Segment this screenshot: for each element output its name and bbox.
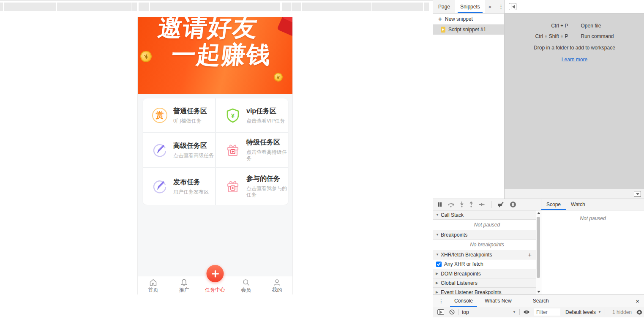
debugger-sidebar: ▼ Call Stack Not paused ▼ Breakpoints No…	[433, 199, 541, 295]
tab-placeholder[interactable]	[424, 3, 429, 11]
step-icon[interactable]	[478, 202, 485, 207]
task-title: 普通任务区	[173, 107, 207, 116]
snippet-file-icon	[441, 27, 445, 33]
red-packet-icon	[277, 17, 292, 36]
browser-page: 邀请好友 一起赚钱 ¥ ¥ 赏 普通任务区 0门槛做任务	[0, 0, 433, 319]
pause-script-icon[interactable]	[437, 202, 442, 207]
add-xhr-breakpoint-icon[interactable]: +	[528, 251, 532, 258]
task-cell-vip[interactable]: ¥ vip任务区 点击查看VIP任务	[216, 98, 288, 132]
pause-on-exceptions-icon[interactable]	[510, 201, 516, 208]
debugger-pane: ▼ Call Stack Not paused ▼ Breakpoints No…	[433, 199, 644, 294]
tab-placeholder[interactable]	[139, 3, 149, 11]
any-xhr-checkbox[interactable]	[436, 262, 442, 267]
nav-label: 首页	[148, 287, 158, 293]
drawer-menu-icon[interactable]: ⋮	[433, 295, 448, 307]
bottom-nav: 首页 推广 任务中心 会员 我的	[138, 276, 292, 294]
scope-empty: Not paused	[541, 215, 644, 221]
nav-promo[interactable]: 推广	[169, 276, 199, 294]
step-out-icon[interactable]	[469, 202, 473, 207]
tab-placeholder[interactable]	[150, 3, 280, 11]
task-cell-normal[interactable]: 赏 普通任务区 0门槛做任务	[143, 98, 215, 132]
section-event-listener-breakpoints[interactable]: ▶ Event Listener Breakpoints	[433, 288, 541, 294]
tab-search[interactable]: Search	[527, 295, 555, 307]
task-cell-advanced[interactable]: 高级任务区 点击查看高级任务	[143, 133, 215, 167]
console-toolbar: top ▼ Default levels ▼ 1 hidden	[433, 307, 644, 317]
step-over-icon[interactable]	[448, 202, 455, 207]
browser-tabstrip[interactable]	[0, 0, 433, 11]
banner-title-line2: 一起赚钱	[169, 39, 273, 71]
devtools-panel: Page Snippets » ⋮ + New snippet Script s…	[433, 0, 644, 319]
tab-placeholder[interactable]	[372, 3, 423, 11]
user-icon	[273, 278, 281, 287]
scope-tabs: Scope Watch	[541, 199, 644, 210]
log-levels-select[interactable]: Default levels ▼	[565, 309, 601, 315]
tab-placeholder[interactable]	[0, 3, 3, 11]
task-cell-joined[interactable]: 参与的任务 点击查看我参与的任务	[216, 168, 288, 205]
tab-page[interactable]: Page	[433, 0, 455, 13]
tab-placeholder[interactable]	[4, 3, 56, 11]
console-sidebar-icon[interactable]	[437, 309, 444, 315]
tab-placeholder[interactable]	[302, 3, 371, 11]
editor-placeholder: Ctrl + P Open file Ctrl + Shift + P Run …	[505, 14, 644, 189]
tab-whats-new[interactable]: What's New	[479, 295, 518, 307]
nav-task-center[interactable]: 任务中心	[199, 276, 230, 294]
tab-placeholder[interactable]	[282, 3, 291, 11]
scrollbar-thumb[interactable]	[537, 217, 540, 278]
task-subtitle: 0门槛做任务	[173, 118, 207, 124]
section-xhr-breakpoints[interactable]: ▼ XHR/fetch Breakpoints +	[433, 250, 541, 259]
scroll-up-icon[interactable]	[537, 212, 540, 214]
nav-member[interactable]: 会员	[231, 276, 262, 294]
tab-scope[interactable]: Scope	[541, 199, 566, 210]
tab-placeholder[interactable]	[131, 3, 137, 11]
task-cell-publish[interactable]: 发布任务 用户任务发布区	[143, 168, 215, 205]
tab-placeholder[interactable]	[292, 3, 301, 11]
nav-home[interactable]: 首页	[138, 276, 169, 294]
section-call-stack[interactable]: ▼ Call Stack	[433, 210, 541, 220]
section-dom-breakpoints[interactable]: ▶ DOM Breakpoints	[433, 269, 541, 278]
execution-context-select[interactable]: top ▼	[462, 309, 516, 315]
workspace-drop-hint: Drop in a folder to add to workspace	[505, 45, 644, 51]
console-settings-gear-icon[interactable]	[636, 309, 642, 315]
new-snippet-button[interactable]: + New snippet	[433, 14, 504, 25]
hide-navigator-icon[interactable]	[509, 3, 516, 10]
home-icon	[149, 278, 158, 287]
divider	[519, 309, 520, 315]
task-cell-special[interactable]: 特级任务区 点击查看高特级任务	[216, 133, 288, 167]
learn-more-link[interactable]: Learn more	[562, 57, 587, 63]
shortcut-keys: Ctrl + Shift + P	[516, 33, 568, 39]
live-expression-eye-icon[interactable]	[523, 310, 530, 314]
scope-pane: Scope Watch Not paused	[541, 199, 644, 295]
console-filter-input[interactable]	[534, 308, 560, 316]
breakpoints-empty: No breakpoints	[433, 240, 541, 250]
nav-mine[interactable]: 我的	[262, 276, 292, 294]
task-title: 参与的任务	[246, 174, 288, 183]
tab-snippets[interactable]: Snippets	[455, 0, 485, 13]
tab-console[interactable]: Console	[448, 295, 479, 307]
invite-banner[interactable]: 邀请好友 一起赚钱 ¥ ¥	[138, 17, 292, 94]
clear-console-icon[interactable]	[449, 309, 455, 315]
task-title: 高级任务区	[173, 142, 214, 150]
shortcut-action: Open file	[581, 23, 634, 29]
pencil-icon	[152, 178, 168, 194]
deactivate-breakpoints-icon[interactable]	[497, 202, 505, 207]
tab-watch[interactable]: Watch	[566, 199, 590, 210]
debugger-sections: ▼ Call Stack Not paused ▼ Breakpoints No…	[433, 210, 541, 294]
snippet-item-selected[interactable]: Script snippet #1	[433, 25, 504, 35]
overflow-tabs-icon[interactable]: »	[485, 0, 495, 13]
scroll-down-icon[interactable]	[537, 291, 540, 293]
step-into-icon[interactable]	[460, 202, 464, 207]
shield-yen-icon: ¥	[225, 107, 241, 123]
plus-button-icon[interactable]	[207, 265, 224, 282]
tab-placeholder[interactable]	[57, 3, 131, 11]
nav-label: 我的	[272, 287, 282, 293]
close-drawer-icon[interactable]: ×	[632, 295, 643, 307]
section-global-listeners[interactable]: ▶ Global Listeners	[433, 278, 541, 288]
chevron-down-icon: ▼	[513, 310, 516, 314]
task-title: vip任务区	[246, 107, 285, 116]
task-subtitle: 点击查看我参与的任务	[246, 185, 288, 198]
toggle-debugger-sidebar-icon[interactable]	[634, 191, 641, 197]
scrollbar[interactable]	[536, 210, 541, 294]
gift-icon	[225, 178, 241, 194]
coin-icon: ¥	[273, 72, 284, 82]
section-breakpoints[interactable]: ▼ Breakpoints	[433, 230, 541, 240]
